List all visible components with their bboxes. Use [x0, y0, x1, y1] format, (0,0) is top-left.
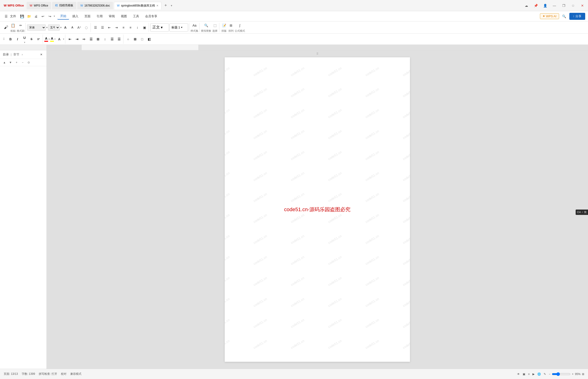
shading-btn[interactable]: ◧: [146, 36, 152, 42]
sidebar-toc-label[interactable]: 目录: [3, 52, 9, 57]
globe-icon-btn[interactable]: 🌐: [537, 372, 541, 376]
toc-collapse-up[interactable]: ▲: [2, 60, 7, 65]
arrange2-btn[interactable]: ⊞: [228, 22, 234, 29]
play-icon-btn[interactable]: ▶: [533, 372, 535, 376]
menu-layout[interactable]: 页面: [82, 13, 93, 19]
zoom-in-btn[interactable]: +: [572, 372, 573, 376]
eye-icon-btn[interactable]: 👁: [517, 372, 520, 376]
proofread[interactable]: 校对: [61, 372, 67, 376]
zoom-fit-btn[interactable]: ⊞: [582, 372, 584, 376]
select-btn[interactable]: ⬚: [212, 22, 218, 29]
font-color-btn[interactable]: A: [44, 37, 48, 42]
font-size-arrow[interactable]: ▾: [60, 26, 62, 29]
arrange-btn[interactable]: 📝: [221, 22, 227, 29]
menu-home[interactable]: 开始: [57, 13, 69, 20]
pin-button[interactable]: 📌: [532, 3, 539, 8]
zoom-slider[interactable]: [552, 372, 571, 376]
underline-btn[interactable]: U: [21, 34, 28, 41]
tab-doc2[interactable]: W springboott658c数据库文档 ✕: [114, 2, 161, 9]
numbering-btn[interactable]: ☰: [99, 24, 106, 31]
shapes-btn[interactable]: ○: [125, 36, 131, 42]
font-decrease-btn[interactable]: A: [69, 24, 76, 31]
wps-logo[interactable]: W WPS Office: [2, 4, 26, 7]
font-select-arrow[interactable]: ▾: [46, 26, 48, 29]
outline-icon-btn[interactable]: ≡: [528, 372, 530, 376]
clear-format-btn[interactable]: ◌: [83, 24, 90, 31]
file-btn[interactable]: 文件: [10, 13, 16, 20]
format-style-btn[interactable]: 🖌: [3, 24, 9, 31]
right-panel-indicator[interactable]: CH ♂ 简: [576, 209, 588, 215]
heading-selector[interactable]: 标题 1 ▾: [169, 23, 188, 32]
bullets-btn2[interactable]: ☰: [109, 36, 115, 42]
distributed-btn[interactable]: ⊞: [95, 36, 101, 42]
font-color-arrow[interactable]: ▾: [49, 38, 50, 40]
find-replace-btn[interactable]: 🔍: [203, 22, 209, 29]
text-effect-btn[interactable]: A⁺: [76, 24, 83, 31]
style-selector[interactable]: 正文 ▾: [150, 23, 169, 32]
zoom-out-btn[interactable]: −: [549, 372, 550, 376]
search-button[interactable]: 🔍: [561, 13, 568, 20]
new-tab-button[interactable]: +: [162, 2, 169, 9]
toc-collapse-down[interactable]: ▼: [8, 60, 13, 65]
heading-dropdown-arrow[interactable]: ▾: [181, 26, 183, 29]
bullets-btn[interactable]: ☰: [92, 24, 99, 31]
table-btn[interactable]: ⊞: [132, 36, 138, 42]
align-left-btn[interactable]: ≡: [120, 24, 127, 31]
toc-pin[interactable]: ⊙: [26, 60, 31, 65]
toc-expand[interactable]: +: [14, 60, 19, 65]
word-count[interactable]: 字数: 1399: [22, 372, 35, 376]
open-btn[interactable]: 📁: [26, 13, 32, 20]
paste-btn[interactable]: 📋: [10, 22, 16, 29]
superscript-btn[interactable]: X²: [35, 36, 42, 42]
maximize-button[interactable]: □: [569, 3, 577, 8]
minimize-button[interactable]: —: [551, 3, 558, 8]
columns-btn[interactable]: ▣: [141, 24, 148, 31]
save-btn[interactable]: 💾: [19, 13, 25, 20]
numbering-btn2[interactable]: ☰: [116, 36, 122, 42]
menu-vip[interactable]: 会员专享: [142, 13, 160, 19]
line-spacing-btn[interactable]: ↕: [102, 36, 108, 42]
page-info[interactable]: 页面: 13/13: [4, 372, 18, 376]
close-button[interactable]: ✕: [579, 3, 586, 8]
increase-indent-btn[interactable]: ⇥: [113, 24, 120, 31]
compat-mode[interactable]: 兼容模式: [70, 372, 82, 376]
style-dropdown-arrow[interactable]: ▾: [161, 25, 163, 30]
underline-arrow[interactable]: ▾: [24, 41, 25, 44]
border-btn[interactable]: □: [139, 36, 145, 42]
toc-collapse[interactable]: −: [20, 60, 25, 65]
sort-btn[interactable]: ↕: [134, 24, 141, 31]
undo-btn[interactable]: ↩: [40, 13, 46, 20]
canvas-drag-handle[interactable]: ⠿: [316, 52, 319, 55]
menu-references[interactable]: 引用: [94, 13, 105, 19]
font-size-select[interactable]: 五号: [48, 24, 60, 31]
tab-doc1[interactable]: W 1678632825306.doc: [77, 2, 113, 9]
upload-cloud-button[interactable]: ☁: [523, 3, 530, 8]
justify-btn[interactable]: ☰: [88, 36, 94, 42]
sidebar-close-btn[interactable]: ✕: [39, 52, 44, 57]
menu-tools[interactable]: 工具: [130, 13, 142, 19]
toolbar-drag-handle[interactable]: ⠿: [2, 37, 6, 41]
layout-icon-btn[interactable]: ▣: [523, 372, 525, 376]
strikethrough-btn[interactable]: S: [28, 36, 35, 42]
align-right-btn2[interactable]: ⇨: [81, 36, 87, 42]
bold-btn[interactable]: B: [7, 36, 14, 42]
spell-check[interactable]: 拼写检查: 打开: [39, 372, 57, 376]
share-button[interactable]: ↑ 分享: [569, 13, 586, 20]
align-center-btn[interactable]: ≡: [127, 24, 134, 31]
tab-template[interactable]: 稻 找稻壳模板: [52, 2, 76, 9]
wps-ai-button[interactable]: ✦ WPS AI: [540, 13, 559, 19]
styles-set-btn[interactable]: Aa: [191, 22, 198, 29]
user-icon[interactable]: 👤: [541, 3, 549, 8]
tab-menu-icon[interactable]: ▾: [170, 4, 173, 7]
formula-btn[interactable]: ∫: [236, 22, 243, 29]
sidebar-chevron[interactable]: ›: [22, 53, 23, 56]
menu-icon-button[interactable]: ☰: [3, 13, 9, 20]
format-painter-btn[interactable]: ✏: [17, 22, 24, 29]
menu-insert[interactable]: 插入: [69, 13, 81, 19]
decrease-indent-btn[interactable]: ⇤: [106, 24, 113, 31]
font-name-select[interactable]: 宋体: [27, 24, 46, 31]
font-a-arrow[interactable]: ▾: [63, 38, 64, 40]
print-btn[interactable]: 🖨: [33, 13, 39, 20]
tab-doc2-close[interactable]: ✕: [156, 4, 158, 7]
pen-icon-btn[interactable]: ✎: [544, 372, 546, 376]
